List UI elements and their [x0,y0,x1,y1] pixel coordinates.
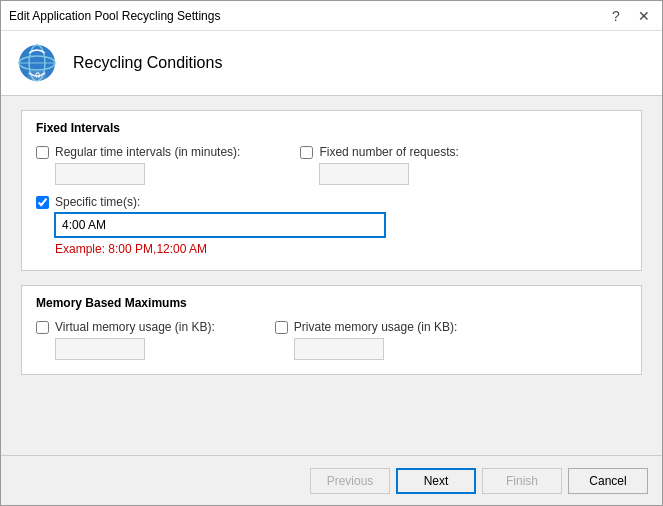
title-bar: Edit Application Pool Recycling Settings… [1,1,662,31]
memory-based-section: Memory Based Maximums Virtual memory usa… [21,285,642,375]
fixed-requests-group: Fixed number of requests: [300,145,458,185]
specific-times-group: Specific time(s): Example: 8:00 PM,12:00… [36,195,627,256]
specific-times-checkbox[interactable] [36,196,49,209]
specific-times-label: Specific time(s): [55,195,140,209]
virtual-memory-label: Virtual memory usage (in KB): [55,320,215,334]
page-title: Recycling Conditions [73,54,222,72]
finish-button[interactable]: Finish [482,468,562,494]
fixed-requests-input[interactable] [319,163,409,185]
title-bar-right: ? ✕ [606,6,654,26]
main-window: Edit Application Pool Recycling Settings… [0,0,663,506]
fixed-requests-checkbox-label[interactable]: Fixed number of requests: [300,145,458,159]
regular-time-input[interactable] [55,163,145,185]
virtual-memory-checkbox[interactable] [36,321,49,334]
fixed-requests-label: Fixed number of requests: [319,145,458,159]
regular-time-label: Regular time intervals (in minutes): [55,145,240,159]
private-memory-checkbox[interactable] [275,321,288,334]
fixed-intervals-label: Fixed Intervals [36,121,627,135]
memory-based-row: Virtual memory usage (in KB): Private me… [36,320,627,360]
fixed-intervals-row: Regular time intervals (in minutes): Fix… [36,145,627,185]
virtual-memory-checkbox-label[interactable]: Virtual memory usage (in KB): [36,320,215,334]
private-memory-group: Private memory usage (in KB): [275,320,457,360]
help-button[interactable]: ? [606,6,626,26]
content-area: Fixed Intervals Regular time intervals (… [1,96,662,455]
fixed-requests-checkbox[interactable] [300,146,313,159]
header-section: ♻ Recycling Conditions [1,31,662,96]
private-memory-input[interactable] [294,338,384,360]
close-button[interactable]: ✕ [634,6,654,26]
svg-text:♻: ♻ [34,71,41,80]
footer: Previous Next Finish Cancel [1,455,662,505]
example-text: Example: 8:00 PM,12:00 AM [55,242,627,256]
previous-button[interactable]: Previous [310,468,390,494]
regular-time-checkbox-label[interactable]: Regular time intervals (in minutes): [36,145,240,159]
private-memory-checkbox-label[interactable]: Private memory usage (in KB): [275,320,457,334]
fixed-intervals-section: Fixed Intervals Regular time intervals (… [21,110,642,271]
title-bar-left: Edit Application Pool Recycling Settings [9,9,220,23]
cancel-button[interactable]: Cancel [568,468,648,494]
specific-times-input[interactable] [55,213,385,237]
regular-time-group: Regular time intervals (in minutes): [36,145,240,185]
private-memory-label: Private memory usage (in KB): [294,320,457,334]
memory-based-label: Memory Based Maximums [36,296,627,310]
regular-time-checkbox[interactable] [36,146,49,159]
next-button[interactable]: Next [396,468,476,494]
virtual-memory-input[interactable] [55,338,145,360]
app-icon: ♻ [17,43,57,83]
virtual-memory-group: Virtual memory usage (in KB): [36,320,215,360]
window-title: Edit Application Pool Recycling Settings [9,9,220,23]
specific-times-checkbox-label[interactable]: Specific time(s): [36,195,627,209]
